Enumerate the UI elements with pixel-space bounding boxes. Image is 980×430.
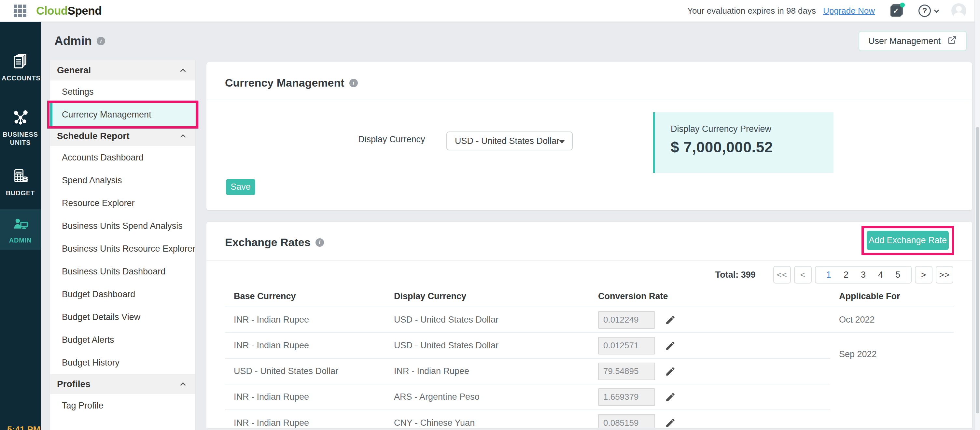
preview-amount: $ 7,000,000.52 [671, 138, 773, 156]
accounts-icon [12, 53, 29, 71]
edit-rate-icon[interactable] [665, 340, 676, 351]
conversion-rate-cell: 0.012571 [589, 333, 830, 359]
app-grid-icon[interactable] [14, 5, 26, 17]
base-currency-cell: INR - Indian Rupee [225, 410, 385, 428]
exchange-card-title: Exchange Rates [225, 236, 310, 249]
sidebar-item-currency-management[interactable]: Currency Management [50, 103, 195, 126]
display-currency-select[interactable]: USD - United States Dollar [446, 132, 573, 151]
logo-part-spend: Spend [68, 4, 102, 17]
caret-down-icon [559, 140, 565, 144]
pagination-first-button[interactable]: << [773, 266, 791, 284]
sidebar-item-budget-dashboard[interactable]: Budget Dashboard [50, 283, 195, 306]
pagination-prev-button[interactable]: < [794, 266, 812, 284]
evaluation-expiry-text: Your evaluation expires in 98 days [687, 6, 816, 16]
conversion-rate-cell: 79.54895 [589, 359, 830, 384]
page-number-4[interactable]: 4 [872, 270, 889, 280]
table-header-row: Base Currency Display Currency Conversio… [225, 286, 954, 307]
page-number-5[interactable]: 5 [889, 270, 907, 280]
chevron-down-icon [934, 8, 939, 13]
sidebar-item-business-units-spend-analysis[interactable]: Business Units Spend Analysis [50, 214, 195, 237]
upgrade-now-link[interactable]: Upgrade Now [823, 6, 875, 16]
conversion-rate-cell: 1.659379 [589, 384, 830, 410]
help-icon[interactable]: ? [918, 5, 931, 17]
display-currency-cell: ARS - Argentine Peso [385, 384, 589, 410]
user-management-label: User Management [868, 36, 940, 46]
sidebar-item-budget-details-view[interactable]: Budget Details View [50, 306, 195, 328]
taskbar-clock-partial: 5:41 PM [7, 425, 40, 430]
pagination-next-button[interactable]: > [915, 266, 932, 284]
conversion-rate-input: 1.659379 [598, 388, 655, 406]
conversion-rate-input: 79.54895 [598, 363, 655, 380]
logo-part-cloud: Cloud [36, 4, 68, 17]
feedback-icon[interactable]: ✓ [890, 3, 904, 18]
display-currency-label: Display Currency [358, 135, 425, 144]
scrollbar-thumb[interactable] [976, 127, 979, 413]
admin-sidebar: General Settings Currency Management Sch… [50, 60, 195, 430]
edit-rate-icon[interactable] [665, 417, 676, 428]
sidebar-item-budget-alerts[interactable]: Budget Alerts [50, 328, 195, 351]
sidebar-item-spend-analysis[interactable]: Spend Analysis [50, 169, 195, 192]
divider [207, 100, 972, 100]
selected-currency-value: USD - United States Dollar [455, 136, 559, 146]
page-header: Admin i User Management [50, 22, 980, 60]
rail-item-budget[interactable]: BUDGET [0, 168, 41, 197]
display-currency-preview-box: Display Currency Preview $ 7,000,000.52 [653, 112, 834, 173]
conversion-rate-input: 0.085159 [598, 414, 655, 428]
user-avatar[interactable] [951, 3, 966, 18]
page-number-2[interactable]: 2 [837, 270, 855, 280]
help-menu[interactable]: ? [918, 5, 938, 17]
rail-label: BUDGET [2, 189, 39, 197]
pagination-last-button[interactable]: >> [936, 266, 953, 284]
sidebar-item-settings[interactable]: Settings [50, 80, 195, 103]
vertical-scrollbar[interactable] [974, 0, 980, 430]
sidebar-item-budget-history[interactable]: Budget History [50, 351, 195, 374]
display-currency-cell: INR - Indian Rupee [385, 359, 589, 384]
preview-label: Display Currency Preview [671, 124, 771, 134]
edit-rate-icon[interactable] [665, 314, 676, 325]
rail-label: ACCOUNTS [2, 74, 39, 83]
column-header-display-currency: Display Currency [385, 286, 589, 307]
rail-item-accounts[interactable]: ACCOUNTS [0, 53, 41, 83]
external-link-icon [940, 35, 957, 47]
rail-item-admin-active[interactable]: ADMIN [0, 209, 41, 250]
budget-icon [12, 168, 29, 186]
user-management-button[interactable]: User Management [859, 31, 967, 51]
info-icon[interactable]: i [315, 238, 324, 247]
table-row: INR - Indian Rupee USD - United States D… [225, 307, 954, 333]
check-glyph: ✓ [893, 7, 899, 15]
info-icon[interactable]: i [349, 79, 358, 87]
cloudspend-logo: CloudSpend [36, 4, 102, 17]
sidebar-item-tag-profile[interactable]: Tag Profile [50, 394, 195, 417]
page-number-3[interactable]: 3 [855, 270, 872, 280]
sidebar-item-resource-explorer[interactable]: Resource Explorer [50, 192, 195, 214]
sidebar-item-business-units-dashboard[interactable]: Business Units Dashboard [50, 260, 195, 283]
sidebar-item-business-units-resource-explorer[interactable]: Business Units Resource Explorer [50, 237, 195, 260]
conversion-rate-cell: 0.012249 [589, 307, 830, 333]
sidebar-item-accounts-dashboard[interactable]: Accounts Dashboard [50, 146, 195, 169]
column-header-base-currency: Base Currency [225, 286, 385, 307]
info-icon[interactable]: i [97, 37, 105, 45]
column-header-conversion-rate: Conversion Rate [589, 286, 830, 307]
pagination-pages: 1 2 3 4 5 [815, 266, 912, 284]
chevron-up-icon [180, 382, 186, 388]
display-currency-cell: CNY - Chinese Yuan [385, 410, 589, 428]
table-row: INR - Indian Rupee USD - United States D… [225, 333, 954, 359]
rail-item-business-units[interactable]: BUSINESS UNITS [0, 109, 41, 147]
sidebar-section-schedule-report[interactable]: Schedule Report [50, 126, 195, 146]
content-area: Admin i User Management General Set [41, 22, 980, 430]
notification-dot [900, 3, 905, 8]
sidebar-section-profiles[interactable]: Profiles [50, 374, 195, 394]
save-button[interactable]: Save [226, 179, 255, 195]
exchange-rates-card: Exchange Rates i Add Exchange Rate Total… [207, 222, 972, 428]
conversion-rate-input: 0.012249 [598, 311, 655, 329]
sidebar-section-general[interactable]: General [50, 60, 195, 80]
conversion-rate-input: 0.012571 [598, 337, 655, 354]
main-panel: Currency Management i Display Currency U… [207, 60, 972, 428]
column-header-applicable-for: Applicable For [830, 286, 954, 307]
page-number-1[interactable]: 1 [820, 270, 837, 280]
add-exchange-rate-button[interactable]: Add Exchange Rate [867, 231, 949, 250]
admin-icon [12, 215, 29, 233]
topbar: CloudSpend Your evaluation expires in 98… [0, 0, 980, 22]
edit-rate-icon[interactable] [665, 366, 676, 377]
edit-rate-icon[interactable] [665, 392, 676, 403]
